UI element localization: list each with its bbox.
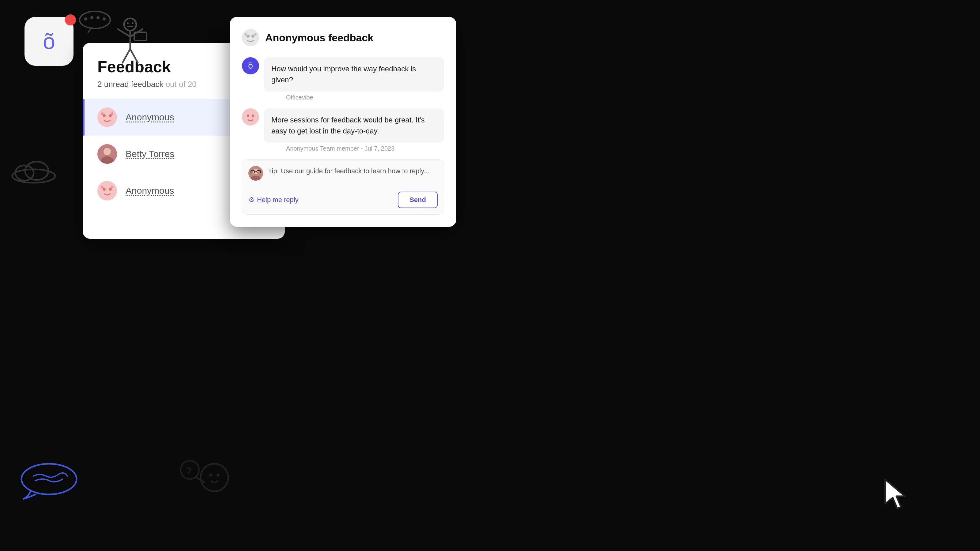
svg-point-12	[216, 473, 220, 476]
officevibe-icon: õ	[248, 61, 253, 71]
svg-point-36	[252, 114, 254, 117]
avatar	[97, 181, 117, 200]
svg-point-8	[25, 162, 48, 180]
feedback-item-name: Betty Torres	[126, 149, 175, 159]
svg-point-2	[84, 17, 87, 21]
app-icon: õ	[24, 17, 73, 66]
svg-point-27	[101, 186, 103, 188]
svg-line-13	[196, 477, 204, 482]
message-text: More sessions for feedback would be grea…	[271, 114, 437, 137]
svg-point-34	[242, 108, 259, 125]
svg-point-11	[209, 473, 212, 476]
detail-panel-title: Anonymous feedback	[265, 32, 373, 44]
svg-point-26	[109, 187, 112, 191]
radio-dot	[159, 55, 165, 61]
svg-text:?: ?	[186, 465, 192, 475]
anon-avatar-icon	[242, 29, 259, 46]
svg-point-24	[98, 181, 116, 200]
message-row-question: õ How would you improve the way feedback…	[242, 57, 444, 101]
notification-dot	[65, 14, 76, 25]
svg-point-0	[80, 11, 110, 29]
svg-point-6	[12, 169, 55, 183]
svg-point-16	[98, 108, 116, 126]
detail-header-avatar	[242, 29, 259, 46]
svg-point-19	[101, 112, 103, 115]
svg-marker-43	[885, 480, 905, 508]
svg-point-14	[181, 461, 199, 479]
message-bubble: More sessions for feedback would be grea…	[264, 108, 444, 143]
svg-point-10	[200, 464, 228, 491]
avatar	[97, 108, 117, 127]
user-avatar-icon	[248, 166, 263, 181]
message-sender: Anonymous Team member - Jul 7, 2023	[264, 145, 444, 152]
svg-point-17	[103, 114, 106, 117]
reply-row: Tip: Use our guide for feedback to learn…	[248, 166, 438, 181]
officevibe-avatar: õ	[242, 57, 259, 75]
reply-actions: ⚙ Help me reply Send	[248, 187, 438, 208]
svg-point-3	[90, 16, 94, 19]
svg-point-22	[103, 148, 111, 155]
svg-point-31	[251, 35, 255, 38]
avatar	[97, 144, 117, 164]
message-bubble: How would you improve the way feedback i…	[264, 57, 444, 92]
stick-figure-decoration: ?	[175, 453, 236, 520]
app-icon-symbol: õ	[43, 30, 55, 52]
reply-avatar	[248, 166, 263, 181]
svg-point-7	[15, 165, 34, 181]
svg-point-18	[109, 114, 112, 117]
anon-face-icon	[97, 108, 117, 127]
svg-point-29	[242, 29, 259, 46]
svg-point-32	[244, 33, 247, 35]
cursor-icon	[882, 476, 913, 513]
app-icon-container: õ	[24, 17, 73, 66]
svg-point-46	[132, 22, 134, 24]
person-avatar-icon	[97, 144, 117, 164]
feedback-item-name: Anonymous	[126, 112, 174, 122]
svg-point-28	[111, 186, 113, 188]
svg-point-4	[97, 16, 100, 19]
anon-response-avatar	[242, 108, 259, 125]
send-button[interactable]: Send	[398, 192, 438, 208]
svg-point-30	[247, 35, 250, 38]
feedback-total: out of 20	[166, 79, 197, 89]
gear-icon: ⚙	[248, 196, 255, 204]
svg-point-5	[103, 17, 106, 21]
help-me-reply-label: Help me reply	[257, 196, 299, 204]
anon-face-icon	[97, 181, 117, 200]
svg-point-25	[103, 187, 106, 191]
reply-box: Tip: Use our guide for feedback to learn…	[242, 159, 444, 214]
svg-point-45	[127, 22, 129, 24]
detail-panel: Anonymous feedback õ How would you impro…	[230, 17, 456, 227]
svg-point-44	[124, 18, 136, 30]
speech-bubble-bottom-decoration	[18, 462, 80, 502]
speech-bubble-decoration-top	[76, 9, 113, 34]
message-sender: Officevibe	[264, 94, 444, 101]
message-text: How would you improve the way feedback i…	[271, 64, 437, 86]
svg-line-1	[88, 27, 92, 32]
help-me-reply-button[interactable]: ⚙ Help me reply	[248, 196, 299, 204]
svg-rect-53	[134, 32, 146, 41]
feedback-unread-count: 2 unread feedback	[97, 79, 163, 89]
detail-panel-header: Anonymous feedback	[242, 29, 444, 46]
feedback-item-name: Anonymous	[126, 186, 174, 196]
svg-point-35	[247, 114, 249, 117]
cursor-arrow-decoration	[882, 476, 913, 514]
cloud-decoration	[9, 159, 58, 184]
reply-tip-text[interactable]: Tip: Use our guide for feedback to learn…	[268, 166, 438, 176]
anon-small-icon	[242, 108, 259, 125]
message-row-response: More sessions for feedback would be grea…	[242, 108, 444, 152]
svg-point-33	[254, 33, 257, 35]
svg-line-50	[130, 29, 142, 37]
svg-point-9	[21, 464, 76, 494]
svg-line-49	[118, 29, 130, 37]
svg-point-20	[111, 112, 113, 115]
